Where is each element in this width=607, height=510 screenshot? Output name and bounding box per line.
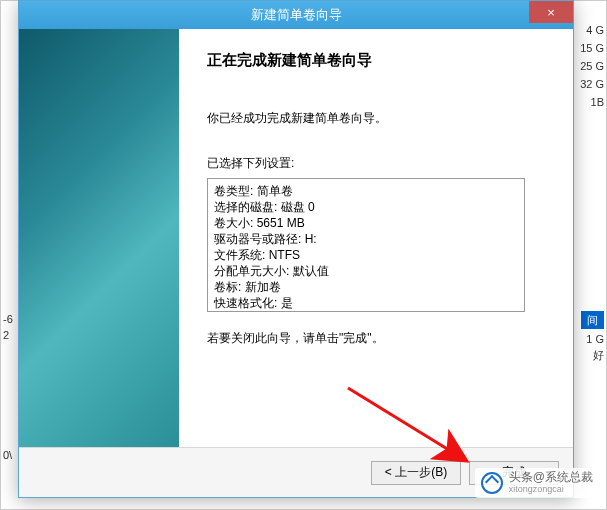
watermark: 头条@系统总裁 xitongzongcai (475, 468, 599, 498)
settings-line: 驱动器号或路径: H: (214, 231, 518, 247)
close-icon: × (547, 5, 555, 20)
settings-line: 文件系统: NTFS (214, 247, 518, 263)
settings-line: 分配单元大小: 默认值 (214, 263, 518, 279)
watermark-logo-icon (481, 472, 503, 494)
close-button[interactable]: × (529, 1, 573, 23)
back-button[interactable]: < 上一步(B) (371, 461, 461, 485)
settings-line: 选择的磁盘: 磁盘 0 (214, 199, 518, 215)
bg-left-text: -6 2 (3, 311, 13, 343)
bg-bottom-left: 0\ (3, 449, 12, 461)
closing-text: 若要关闭此向导，请单击"完成"。 (207, 330, 549, 347)
watermark-main: 头条@系统总裁 (509, 471, 593, 483)
settings-line: 卷标: 新加卷 (214, 279, 518, 295)
bg-right-mid: 间 1 G 好 (581, 311, 604, 363)
settings-listbox[interactable]: 卷类型: 简单卷 选择的磁盘: 磁盘 0 卷大小: 5651 MB 驱动器号或路… (207, 178, 525, 312)
dialog-title: 新建简单卷向导 (251, 6, 342, 24)
watermark-sub: xitongzongcai (509, 483, 593, 495)
wizard-side-graphic (19, 29, 179, 447)
titlebar: 新建简单卷向导 × (19, 1, 573, 29)
settings-line: 卷大小: 5651 MB (214, 215, 518, 231)
intro-text: 你已经成功完成新建简单卷向导。 (207, 110, 549, 127)
bg-right-text: 4 G 15 G 25 G 32 G 1B (580, 21, 604, 111)
settings-line: 卷类型: 简单卷 (214, 183, 518, 199)
wizard-content: 正在完成新建简单卷向导 你已经成功完成新建简单卷向导。 已选择下列设置: 卷类型… (179, 29, 573, 447)
settings-label: 已选择下列设置: (207, 155, 549, 172)
settings-line: 快速格式化: 是 (214, 295, 518, 311)
page-heading: 正在完成新建简单卷向导 (207, 51, 549, 70)
wizard-dialog: 新建简单卷向导 × 正在完成新建简单卷向导 你已经成功完成新建简单卷向导。 已选… (18, 0, 574, 498)
